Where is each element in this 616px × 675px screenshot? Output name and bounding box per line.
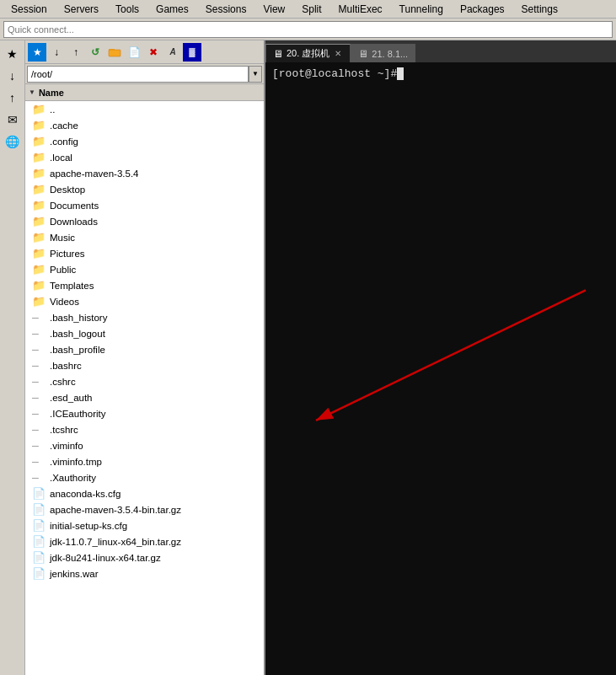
list-item[interactable]: ─.bashrc: [25, 357, 264, 373]
name-column-header[interactable]: Name: [39, 88, 64, 98]
folder-icon: 📁: [32, 215, 46, 228]
file-name-label: .ICEauthority: [50, 409, 260, 419]
toolbar-open-folder-btn[interactable]: [105, 43, 124, 62]
list-item[interactable]: 📄initial-setup-ks.cfg: [25, 517, 264, 533]
list-item[interactable]: ─.bash_history: [25, 309, 264, 325]
list-item[interactable]: 📄jdk-11.0.7_linux-x64_bin.tar.gz: [25, 533, 264, 549]
list-item[interactable]: 📁.local: [25, 149, 264, 165]
folder-icon: 📁: [32, 279, 46, 292]
toolbar-properties-btn[interactable]: ▓: [183, 43, 201, 62]
file-name-label: Documents: [50, 201, 260, 211]
menu-games[interactable]: Games: [148, 1, 196, 18]
list-item[interactable]: ─.bash_profile: [25, 341, 264, 357]
menu-settings[interactable]: Settings: [514, 1, 565, 18]
toolbar-new-file-btn[interactable]: 📄: [125, 43, 143, 62]
file-name-label: apache-maven-3.5.4: [50, 169, 260, 179]
menu-view[interactable]: View: [255, 1, 292, 18]
list-item[interactable]: 📄jenkins.war: [25, 565, 264, 581]
list-item[interactable]: ─.tcshrc: [25, 421, 264, 437]
sort-arrow-icon: ▼: [29, 88, 35, 96]
file-name-label: .esd_auth: [50, 393, 260, 403]
quickconnect-bar: [0, 19, 616, 40]
list-item[interactable]: 📁.cache: [25, 117, 264, 133]
tab-vm21-label: 21. 8.1...: [372, 49, 408, 59]
file-icon: 📄: [32, 519, 46, 532]
path-dropdown-btn[interactable]: ▼: [249, 66, 262, 83]
file-name-label: .cache: [50, 121, 260, 131]
file-name-label: .viminfo: [50, 441, 260, 451]
toolbar-download-btn[interactable]: ↓: [47, 43, 66, 62]
sidebar-icon-down[interactable]: ↓: [3, 66, 23, 86]
list-item[interactable]: 📁.config: [25, 133, 264, 149]
terminal-content[interactable]: [root@localhost ~]#: [265, 62, 616, 675]
menu-tools[interactable]: Tools: [108, 1, 147, 18]
toolbar-refresh-btn[interactable]: ↺: [86, 43, 104, 62]
sidebar-icon-up[interactable]: ↑: [3, 88, 23, 108]
file-name-label: Videos: [50, 297, 260, 307]
file-name-label: .cshrc: [50, 377, 260, 387]
folder-icon: 📁: [32, 231, 46, 244]
list-item[interactable]: ─.ICEauthority: [25, 405, 264, 421]
list-item[interactable]: 📁Downloads: [25, 213, 264, 229]
menu-session[interactable]: Session: [3, 1, 55, 18]
folder-icon: 📁: [32, 263, 46, 276]
file-name-label: .local: [50, 153, 260, 163]
list-item[interactable]: ─.esd_auth: [25, 389, 264, 405]
sidebar-icon-globe[interactable]: 🌐: [3, 131, 23, 152]
list-item[interactable]: ─.cshrc: [25, 373, 264, 389]
sidebar-icon-star[interactable]: ★: [3, 44, 23, 64]
list-item[interactable]: 📁Pictures: [25, 245, 264, 261]
list-item[interactable]: 📁Desktop: [25, 181, 264, 197]
path-bar: ▼: [25, 64, 264, 84]
list-item[interactable]: ─.Xauthority: [25, 469, 264, 485]
list-item[interactable]: 📁Videos: [25, 293, 264, 309]
file-name-label: .bash_history: [50, 313, 260, 323]
list-item[interactable]: ─.viminfo.tmp: [25, 453, 264, 469]
file-name-label: Templates: [50, 281, 260, 291]
list-item[interactable]: 📁apache-maven-3.5.4: [25, 165, 264, 181]
arrow-annotation: [265, 62, 616, 675]
tab-vm21[interactable]: 🖥 21. 8.1...: [351, 44, 415, 62]
tab-vm21-icon: 🖥: [358, 48, 368, 60]
menu-servers[interactable]: Servers: [56, 1, 106, 18]
file-icon: 📄: [32, 535, 46, 548]
column-header[interactable]: ▼ Name: [25, 84, 264, 101]
list-item[interactable]: 📁Music: [25, 229, 264, 245]
quickconnect-input[interactable]: [3, 21, 613, 38]
list-item[interactable]: 📁Public: [25, 261, 264, 277]
terminal-prompt-text: [root@localhost ~]#: [272, 67, 397, 80]
file-icon: 📄: [32, 503, 46, 516]
tab-vm20[interactable]: 🖥 20. 虚拟机 ✕: [265, 44, 351, 62]
toolbar-upload-btn[interactable]: ↑: [67, 43, 85, 62]
menu-split[interactable]: Split: [294, 1, 329, 18]
svg-rect-1: [109, 50, 121, 56]
file-dash-icon: ─: [32, 393, 46, 403]
list-item[interactable]: ─.viminfo: [25, 437, 264, 453]
list-item[interactable]: 📄anaconda-ks.cfg: [25, 485, 264, 501]
path-input[interactable]: [27, 66, 249, 83]
file-icon: 📄: [32, 567, 46, 580]
list-item[interactable]: 📄jdk-8u241-linux-x64.tar.gz: [25, 549, 264, 565]
file-name-label: .bash_profile: [50, 345, 260, 355]
toolbar-star-btn[interactable]: ★: [28, 43, 46, 62]
list-item[interactable]: 📄apache-maven-3.5.4-bin.tar.gz: [25, 501, 264, 517]
list-item[interactable]: ─.bash_logout: [25, 325, 264, 341]
menubar: Session Servers Tools Games Sessions Vie…: [0, 0, 616, 19]
svg-line-4: [316, 290, 586, 420]
list-item[interactable]: 📁Documents: [25, 197, 264, 213]
tab-bar: 🖥 20. 虚拟机 ✕ 🖥 21. 8.1...: [265, 40, 616, 62]
file-dash-icon: ─: [32, 361, 46, 371]
toolbar-delete-btn[interactable]: ✖: [144, 43, 163, 62]
list-item[interactable]: 📁Templates: [25, 277, 264, 293]
sidebar-icon-mail[interactable]: ✉: [3, 110, 23, 130]
tab-vm20-close-btn[interactable]: ✕: [333, 49, 343, 59]
menu-sessions[interactable]: Sessions: [198, 1, 254, 18]
menu-multiexec[interactable]: MultiExec: [331, 1, 390, 18]
list-item[interactable]: 📁..: [25, 101, 264, 117]
menu-tunneling[interactable]: Tunneling: [392, 1, 451, 18]
menu-packages[interactable]: Packages: [453, 1, 512, 18]
folder-icon: 📁: [32, 103, 46, 115]
toolbar-rename-btn[interactable]: A: [163, 43, 182, 62]
file-dash-icon: ─: [32, 329, 46, 339]
file-name-label: Desktop: [50, 185, 260, 195]
